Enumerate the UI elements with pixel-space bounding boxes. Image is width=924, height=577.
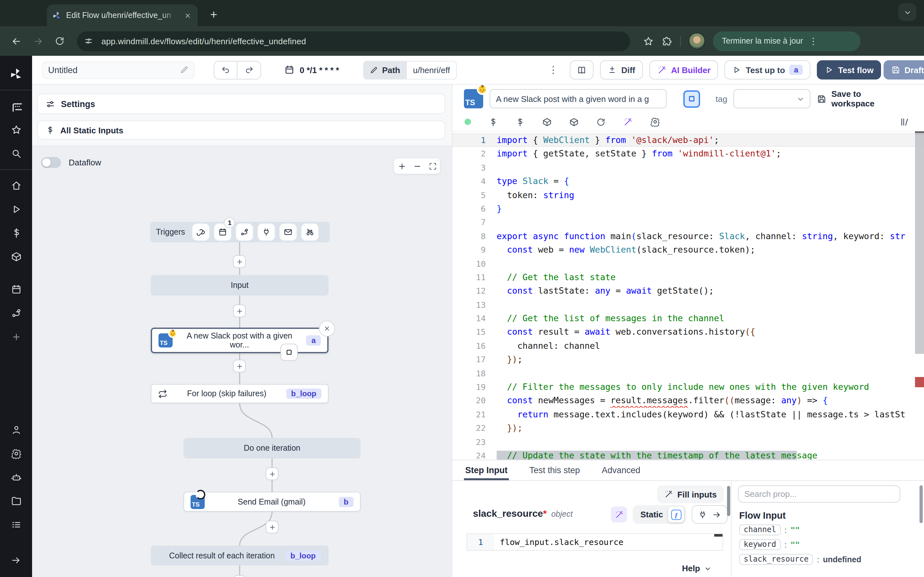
sidebar-item-variables[interactable] [5,223,27,243]
flow-input-prop-row[interactable]: channel:"" [739,524,861,535]
resource-picker-icon[interactable] [515,117,525,127]
input-node[interactable]: Input [151,275,328,295]
site-info-icon[interactable] [81,33,96,49]
flow-canvas[interactable]: Dataflow Triggers [32,146,452,577]
sidebar-item-routes[interactable] [5,303,27,323]
panel-scrollbar-thumb[interactable] [727,486,730,516]
diff-button[interactable]: Diff [600,60,643,79]
tab-search-chevron-icon[interactable] [898,3,916,21]
sidebar-item-folders[interactable] [5,492,27,511]
poll-trigger-button[interactable] [302,224,318,240]
tab-close-icon[interactable] [182,10,192,21]
step-name-input[interactable]: A new Slack post with a given word in a … [489,89,667,108]
undo-button[interactable] [214,61,237,79]
sidebar-item-schedules[interactable] [5,280,27,299]
email-trigger-button[interactable] [280,224,297,240]
flow-input-prop-row[interactable]: slack_resource:undefined [739,554,861,565]
stop-after-step-icon[interactable] [280,343,298,361]
code-editor[interactable]: 1import { WebClient } from '@slack/web-a… [452,131,924,460]
sidebar-item-workspace[interactable] [5,97,27,116]
add-step-button[interactable] [233,305,246,318]
add-step-button[interactable] [266,467,278,480]
panel-scrollbar-thumb[interactable] [919,485,923,523]
prop-key[interactable]: channel [739,524,780,535]
search-prop-input[interactable]: Search prop... [738,485,900,503]
add-step-button[interactable] [233,359,246,372]
triggers-node[interactable]: Triggers 1 [150,222,330,242]
flow-settings-button[interactable]: Settings [37,93,445,114]
help-button[interactable]: Help [682,564,712,573]
sidebar-item-runs[interactable] [5,200,27,219]
schedule-cron[interactable]: 0 */1 * * * * [284,65,339,75]
sidebar-collapse-icon[interactable] [5,550,27,570]
add-step-button[interactable] [233,575,246,577]
http-route-trigger-button[interactable] [236,224,253,240]
send-email-node[interactable]: TS Send Email (gmail) b [184,492,360,512]
package-icon[interactable] [542,117,552,127]
stop-after-step-button[interactable] [684,90,700,107]
scrollbar-thumb[interactable] [915,133,924,354]
sidebar-item-more[interactable] [5,327,27,347]
windmill-logo-icon[interactable] [5,64,27,84]
forward-icon[interactable] [29,33,46,49]
add-step-button[interactable] [266,521,278,533]
bookmark-star-icon[interactable] [643,35,654,47]
reload-icon[interactable] [51,33,68,49]
ai-assist-icon[interactable] [623,117,633,127]
collect-result-node[interactable]: Collect result of each iteration b_loop [151,546,328,566]
fill-inputs-button[interactable]: Fill inputs [657,485,724,503]
schedule-trigger-button[interactable]: 1 [215,224,231,240]
tab-step-input[interactable]: Step Input [464,466,509,480]
save-to-workspace-button[interactable]: Save to workspace [817,89,906,108]
fit-view-icon[interactable] [428,162,437,170]
library-icon[interactable] [900,117,910,127]
sidebar-item-settings[interactable] [5,444,27,463]
sidebar-item-home[interactable] [5,176,27,195]
all-static-inputs-button[interactable]: All Static Inputs [37,121,445,140]
add-step-button[interactable] [233,255,246,268]
prop-key[interactable]: keyword [739,539,780,550]
test-flow-button[interactable]: Test flow [817,60,881,79]
path-button[interactable]: Path [363,61,407,79]
editor-scrollbar[interactable] [915,131,924,460]
back-icon[interactable] [8,33,24,49]
dataflow-toggle[interactable] [41,157,61,168]
test-up-to-button[interactable]: Test up to a [725,60,811,79]
delete-step-icon[interactable] [319,321,335,337]
draft-button[interactable]: Draft [883,60,924,79]
avatar[interactable] [688,33,705,49]
expr-editor[interactable]: 1 flow_input.slack_resource [467,533,723,551]
prop-key[interactable]: slack_resource [739,554,813,565]
ai-builder-button[interactable]: AI Builder [649,60,718,79]
slack-step-node[interactable]: TS👶 A new Slack post with a given wor...… [151,327,328,353]
more-options-icon[interactable]: ⋮ [547,64,559,76]
redo-button[interactable] [237,61,261,79]
static-expr-toggle[interactable]: Static ƒ [633,505,686,524]
extensions-icon[interactable] [662,35,672,47]
sidebar-item-favorites[interactable] [5,120,27,139]
sidebar-item-logs[interactable] [5,515,27,534]
browser-tab[interactable]: Edit Flow u/henri/effective_un [47,5,198,26]
package-icon[interactable] [569,117,579,127]
tab-test-this-step[interactable]: Test this step [528,466,582,480]
webhook-trigger-button[interactable] [193,224,210,240]
new-tab-button[interactable]: + [205,6,222,23]
ai-fill-button[interactable] [611,506,627,522]
url-input[interactable]: app.windmill.dev/flows/edit/u/henri/effe… [77,31,630,51]
sidebar-item-search[interactable] [5,144,27,163]
reload-deps-icon[interactable] [596,117,606,127]
tab-advanced[interactable]: Advanced [601,466,642,480]
editor-settings-icon[interactable] [650,117,660,127]
websocket-trigger-button[interactable] [258,224,275,240]
flow-input-prop-row[interactable]: keyword:"" [739,539,861,550]
variable-picker-icon[interactable] [488,117,498,127]
path-value[interactable]: u/henri/eff [407,61,457,79]
sidebar-item-account[interactable] [5,420,27,440]
do-one-iteration-node[interactable]: Do one iteration [184,438,360,458]
flow-name-input[interactable]: Untitled [42,61,194,79]
zoom-in-icon[interactable] [397,162,406,170]
tag-select[interactable] [734,89,811,108]
chrome-update-button[interactable]: Terminer la mise à jour ⋮ [713,31,861,51]
forloop-node[interactable]: For loop (skip failures) b_loop [151,384,328,403]
docs-button[interactable] [570,60,594,79]
